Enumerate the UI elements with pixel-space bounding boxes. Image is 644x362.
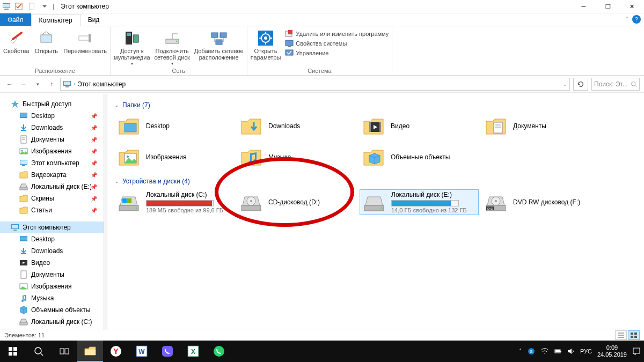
task-view-button[interactable] [52,341,77,362]
nav-sub-video[interactable]: Видео [0,257,107,269]
nav-documents[interactable]: Документы📌 [0,134,107,145]
tray-lang[interactable]: РУС [580,348,592,354]
nav-videocard[interactable]: Видеокарта📌 [0,169,107,181]
tab-view[interactable]: Вид [80,13,107,26]
pin-icon: 📌 [91,184,97,190]
open-settings-button[interactable]: Открыть параметры [251,29,281,61]
section-folders[interactable]: ⌄Папки (7) [115,101,636,109]
drive-d[interactable]: CD-дисковод (D:) [237,189,356,215]
nav-sub-c[interactable]: Локальный диск (C:) [0,316,107,328]
drive-f[interactable]: DVD DVD RW дисковод (F:) [482,189,601,215]
tab-computer[interactable]: Компьютер [31,14,80,26]
help-button[interactable]: ? [632,15,641,24]
up-button[interactable]: ↑ [46,79,57,90]
tray-app-icon[interactable]: S [528,348,535,355]
statusbar: Элементов: 11 [0,329,644,341]
folder-documents[interactable]: Документы [482,113,601,139]
nav-images[interactable]: Изображения📌 [0,145,107,157]
folder-downloads[interactable]: Downloads [237,113,356,139]
nav-thispc-quick[interactable]: Этот компьютер📌 [0,157,107,169]
svg-rect-112 [633,348,640,353]
search-button[interactable] [26,341,52,362]
svg-rect-62 [369,122,371,132]
svg-rect-5 [30,3,34,10]
taskbar-viber[interactable] [155,341,180,362]
nav-downloads[interactable]: Downloads📌 [0,122,107,134]
tray-expand-icon[interactable]: ˄ [519,348,522,355]
taskbar-excel[interactable]: X [180,341,206,362]
notifications-icon[interactable] [632,347,641,356]
collapse-ribbon-icon[interactable]: ˇ [626,16,628,21]
address-bar[interactable]: › Этот компьютер ⌄ [60,78,570,91]
qat-checkbox-icon[interactable] [13,1,25,12]
svg-point-32 [632,82,636,86]
svg-point-70 [136,208,137,209]
nav-screens[interactable]: Скрины📌 [0,193,107,204]
svg-rect-50 [20,237,27,240]
tab-file[interactable]: Файл [0,13,31,26]
nav-sub-docs[interactable]: Документы [0,269,107,280]
search-input[interactable]: Поиск: Эт... [591,78,640,91]
tiles-view-button[interactable] [628,330,640,340]
qat-dropdown-icon[interactable] [39,1,50,12]
back-button[interactable]: ← [4,79,15,90]
svg-line-33 [635,85,636,87]
taskbar-word[interactable]: W [129,341,155,362]
forward-button[interactable]: → [18,79,29,90]
minimize-button[interactable]: ─ [572,0,596,13]
map-drive-button[interactable]: Подключить сетевой диск▾ [155,29,190,67]
manage-button[interactable]: Управление [285,49,389,57]
nav-sub-desktop[interactable]: Desktop [0,233,107,245]
tray-clock[interactable]: 0:0924.05.2019 [597,344,627,358]
breadcrumb[interactable]: Этот компьютер [77,80,126,88]
properties-button[interactable]: Свойства [3,29,29,54]
media-access-button[interactable]: Доступ к мультимедиа▾ [114,29,150,67]
svg-rect-3 [4,9,9,10]
folder-images[interactable]: Изображения [115,144,234,170]
battery-icon[interactable] [554,348,562,355]
folder-music[interactable]: Музыка [237,144,356,170]
add-network-location-button[interactable]: Добавить сетевое расположение [194,29,244,61]
nav-sub-img[interactable]: Изображения [0,280,107,292]
section-devices[interactable]: ⌄Устройства и диски (4) [115,178,636,185]
recent-dropdown[interactable]: ▾ [32,79,43,90]
svg-point-13 [175,41,177,42]
taskbar-whatsapp[interactable] [206,341,232,362]
uninstall-button[interactable]: Удалить или изменить программу [285,29,389,38]
svg-rect-90 [9,347,12,351]
open-button[interactable]: Открыть [33,29,59,54]
rename-button[interactable]: Переименовать [63,29,107,54]
nav-sub-downloads[interactable]: Downloads [0,245,107,257]
nav-desktop[interactable]: Desktop📌 [0,110,107,122]
nav-diske-quick[interactable]: Локальный диск (E:)📌 [0,181,107,193]
qat-file-icon[interactable] [26,1,38,12]
nav-articles[interactable]: Статьи📌 [0,204,107,216]
taskbar-yandex[interactable]: Y [103,341,129,362]
close-button[interactable]: ✕ [620,0,644,13]
volume-icon[interactable] [567,348,575,355]
refresh-button[interactable] [573,78,588,91]
nav-thispc[interactable]: Этот компьютер [0,221,107,233]
svg-rect-92 [9,352,12,356]
svg-rect-11 [133,35,138,42]
wifi-icon[interactable] [540,348,549,355]
drive-c[interactable]: Локальный диск (C:)189 МБ свободно из 99… [115,189,234,215]
folder-3d[interactable]: Объемные объекты [360,144,479,170]
nav-quick-access[interactable]: Быстрый доступ [0,98,107,110]
folder-desktop[interactable]: Desktop [115,113,234,139]
nav-sub-3d[interactable]: Объемные объекты [0,304,107,316]
drive-e[interactable]: Локальный диск (E:)14,0 ГБ свободно из 1… [360,189,479,215]
maximize-button[interactable]: ❐ [596,0,620,13]
nav-sub-music[interactable]: Музыка [0,292,107,304]
taskbar-explorer[interactable] [77,341,103,362]
start-button[interactable] [0,341,26,362]
svg-rect-30 [64,82,70,85]
pin-icon: 📌 [91,137,97,143]
folder-video[interactable]: Видео [360,113,479,139]
system-properties-button[interactable]: Свойства системы [285,39,389,48]
details-view-button[interactable] [615,330,627,340]
pin-icon: 📌 [91,160,97,166]
chevron-down-icon: ⌄ [115,102,119,108]
svg-rect-91 [13,347,17,351]
this-pc-icon [2,2,11,11]
